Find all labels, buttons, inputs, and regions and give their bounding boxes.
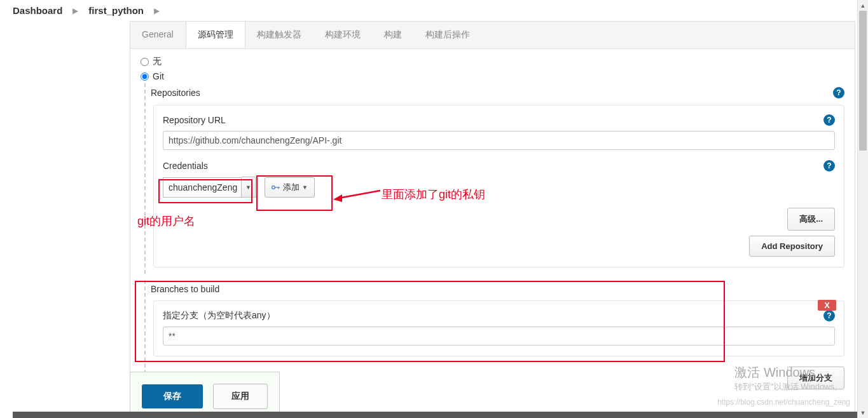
help-icon[interactable]: ? — [833, 87, 844, 98]
tab-scm[interactable]: 源码管理 — [186, 22, 245, 48]
footer-actions: 保存 应用 — [130, 372, 280, 412]
help-icon[interactable]: ? — [823, 160, 835, 172]
scm-git-label: Git — [153, 71, 164, 81]
credentials-row: chuanchengZeng ▼ 添加 ▼ — [163, 177, 835, 198]
watermark-url: https://blog.csdn.net/chuancheng_zeng — [717, 398, 850, 407]
breadcrumb-sep-icon: ▶ — [72, 6, 78, 15]
breadcrumb-item-project[interactable]: first_python — [88, 5, 144, 16]
scm-git-radio[interactable] — [141, 72, 149, 81]
add-credentials-button[interactable]: 添加 ▼ — [265, 177, 315, 198]
tab-env[interactable]: 构建环境 — [313, 22, 373, 48]
scm-git-row[interactable]: Git — [138, 69, 847, 83]
help-icon[interactable]: ? — [823, 114, 835, 126]
watermark-title: 激活 Windows — [734, 364, 843, 381]
save-button[interactable]: 保存 — [142, 384, 203, 408]
config-panel: General 源码管理 构建触发器 构建环境 构建 构建后操作 无 Git R… — [130, 21, 855, 413]
scm-none-row[interactable]: 无 — [138, 54, 847, 69]
scm-none-radio[interactable] — [141, 58, 149, 66]
tab-build[interactable]: 构建 — [373, 22, 414, 48]
repositories-section: Repositories ? Repository URL ? Credenti… — [144, 83, 847, 274]
scm-content: 无 Git Repositories ? Repository URL ? Cr… — [130, 49, 855, 413]
repo-url-label: Repository URL — [163, 115, 226, 125]
windows-activation-watermark: 激活 Windows 转到"设置"以激活 Windows。 — [734, 364, 843, 393]
credentials-dropdown-icon[interactable]: ▼ — [242, 177, 256, 198]
advanced-button[interactable]: 高级... — [787, 208, 835, 231]
breadcrumb-item-dashboard[interactable]: Dashboard — [13, 5, 62, 16]
bottom-bar — [13, 412, 868, 418]
repo-url-input[interactable] — [163, 131, 835, 150]
tab-general[interactable]: General — [130, 22, 186, 48]
svg-rect-2 — [279, 187, 279, 189]
help-icon[interactable]: ? — [823, 310, 835, 321]
vertical-scrollbar[interactable]: ▲ ▼ — [857, 0, 868, 418]
tab-postbuild[interactable]: 构建后操作 — [414, 22, 482, 48]
scroll-thumb[interactable] — [859, 11, 867, 151]
breadcrumb-sep-icon: ▶ — [154, 6, 160, 15]
breadcrumb: Dashboard ▶ first_python ▶ — [0, 0, 868, 21]
branch-spec-input[interactable] — [163, 327, 835, 346]
credentials-label: Credentials — [163, 161, 208, 171]
svg-rect-1 — [275, 187, 280, 187]
credentials-select[interactable]: chuanchengZeng — [163, 177, 242, 198]
add-repository-button[interactable]: Add Repository — [749, 236, 835, 257]
config-tabs: General 源码管理 构建触发器 构建环境 构建 构建后操作 — [130, 21, 855, 49]
watermark-sub: 转到"设置"以激活 Windows。 — [734, 381, 843, 393]
tab-triggers[interactable]: 构建触发器 — [245, 22, 313, 48]
key-icon — [272, 184, 280, 191]
scm-none-label: 无 — [153, 56, 162, 67]
repositories-title: Repositories — [151, 88, 200, 98]
branches-title: Branches to build — [151, 284, 219, 294]
branch-group: X 指定分支（为空时代表any） ? — [153, 300, 844, 356]
svg-point-0 — [272, 185, 275, 189]
apply-button[interactable]: 应用 — [213, 384, 268, 409]
delete-branch-button[interactable]: X — [818, 300, 836, 311]
branch-spec-label: 指定分支（为空时代表any） — [163, 310, 275, 321]
scroll-up-icon[interactable]: ▲ — [858, 0, 868, 11]
scroll-down-icon[interactable]: ▼ — [858, 407, 868, 418]
chevron-down-icon: ▼ — [302, 184, 308, 191]
add-credentials-label: 添加 — [283, 182, 300, 193]
repository-group: Repository URL ? Credentials ? chuanchen… — [153, 105, 844, 267]
